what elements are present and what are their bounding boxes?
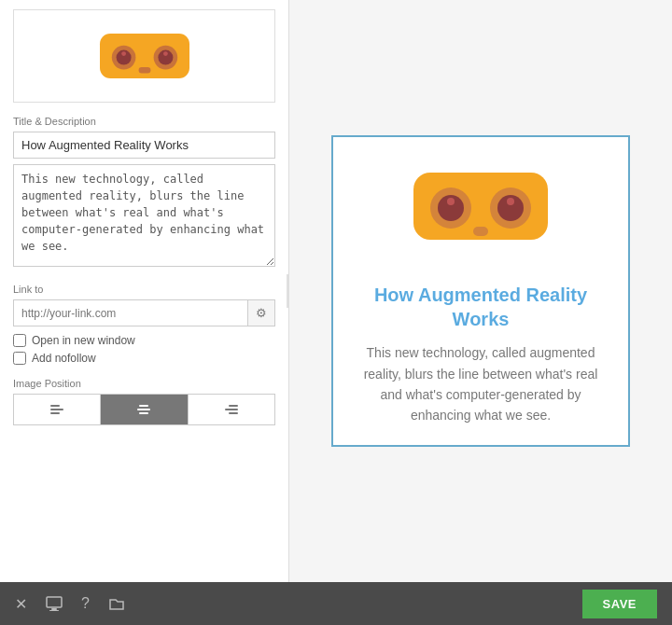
svg-point-6: [163, 51, 168, 56]
vr-headset-thumbnail: [79, 19, 210, 93]
image-position-section: Image Position: [13, 378, 275, 425]
svg-point-3: [121, 51, 126, 56]
svg-rect-14: [229, 405, 238, 407]
align-right-icon: [223, 401, 240, 418]
position-buttons: [13, 394, 275, 425]
svg-rect-8: [50, 405, 60, 407]
close-icon[interactable]: ✕: [15, 595, 27, 613]
collapse-arrow[interactable]: ‹: [287, 274, 289, 308]
svg-rect-15: [225, 409, 238, 410]
link-label: Link to: [13, 284, 275, 295]
position-center-button[interactable]: [101, 394, 188, 425]
open-new-window-checkbox[interactable]: [13, 334, 26, 347]
help-icon[interactable]: ?: [81, 595, 90, 612]
left-panel: Title & Description This new technology,…: [0, 0, 289, 582]
svg-rect-13: [139, 412, 148, 414]
bottom-toolbar: ✕ ? SAVE: [0, 582, 672, 625]
align-center-icon: [135, 401, 152, 418]
description-textarea[interactable]: This new technology, called augmented re…: [13, 164, 275, 267]
position-left-button[interactable]: [13, 394, 101, 425]
svg-rect-12: [137, 409, 150, 410]
svg-point-23: [507, 198, 514, 205]
open-new-window-row: Open in new window: [13, 334, 275, 347]
link-section: Link to ⚙ Open in new window Add nofollo…: [13, 284, 275, 365]
preview-card: How Augmented Reality Works This new tec…: [331, 135, 630, 447]
title-input[interactable]: [13, 132, 275, 159]
add-nofollow-row: Add nofollow: [13, 352, 275, 365]
svg-rect-26: [51, 608, 57, 610]
link-input[interactable]: [14, 301, 247, 326]
image-position-label: Image Position: [13, 378, 275, 389]
position-right-button[interactable]: [189, 394, 275, 425]
thumbnail-area: [13, 9, 275, 103]
preview-card-image: [352, 156, 609, 268]
svg-rect-10: [50, 412, 60, 414]
link-row: ⚙: [13, 299, 275, 326]
monitor-icon[interactable]: [46, 595, 63, 612]
svg-point-20: [447, 198, 455, 205]
svg-rect-25: [47, 597, 62, 607]
save-button[interactable]: SAVE: [582, 590, 657, 618]
preview-description: This new technology, called augmented re…: [352, 342, 609, 426]
right-panel: How Augmented Reality Works This new tec…: [289, 0, 672, 582]
link-gear-button[interactable]: ⚙: [247, 300, 274, 326]
folder-icon[interactable]: [108, 595, 125, 612]
svg-rect-11: [139, 405, 148, 407]
align-left-icon: [49, 401, 65, 418]
add-nofollow-label: Add nofollow: [32, 352, 96, 365]
vr-headset-preview: [406, 156, 555, 268]
svg-rect-7: [138, 67, 150, 73]
svg-rect-9: [50, 409, 63, 410]
svg-rect-27: [49, 610, 59, 611]
svg-rect-24: [473, 227, 488, 236]
preview-title: How Augmented Reality Works: [352, 283, 609, 331]
svg-rect-16: [229, 412, 238, 414]
open-new-window-label: Open in new window: [32, 334, 135, 347]
add-nofollow-checkbox[interactable]: [13, 352, 26, 365]
title-description-label: Title & Description: [13, 116, 275, 127]
